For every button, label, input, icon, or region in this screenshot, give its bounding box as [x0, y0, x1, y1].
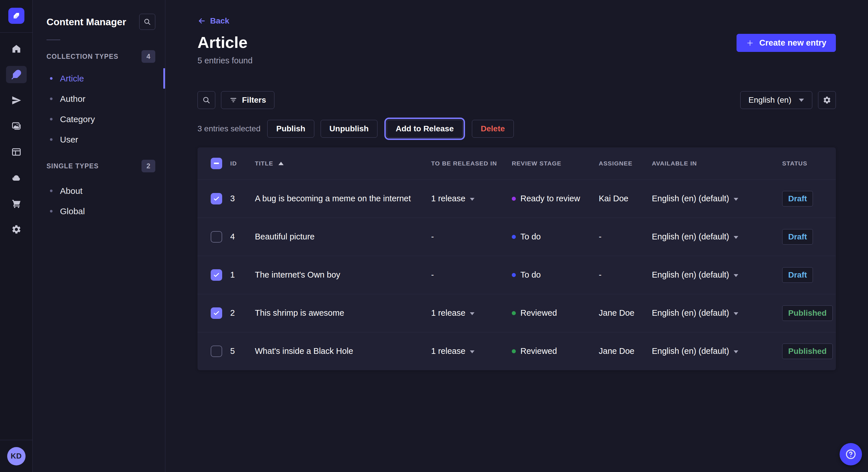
- cell-assignee: -: [599, 256, 652, 294]
- nav-items: [0, 36, 32, 242]
- chevron-down-icon: [734, 274, 738, 277]
- nav-item-cloud[interactable]: [0, 165, 32, 191]
- locale-dropdown[interactable]: English (en) (default): [652, 232, 782, 241]
- sidebar-item-category[interactable]: Category: [33, 109, 165, 129]
- delete-button[interactable]: Delete: [472, 120, 514, 138]
- add-to-release-button[interactable]: Add to Release: [386, 120, 462, 138]
- paper-plane-icon: [11, 95, 22, 105]
- locale-select[interactable]: English (en): [740, 91, 812, 109]
- cell-title: This shrimp is awesome: [255, 294, 431, 332]
- help-button[interactable]: [840, 443, 862, 465]
- chevron-down-icon: [734, 350, 738, 353]
- locale-dropdown[interactable]: English (en) (default): [652, 346, 782, 356]
- single-types-count-badge: 2: [142, 160, 155, 172]
- nav-divider: [0, 32, 32, 33]
- nav-item-content-type-builder[interactable]: [0, 139, 32, 165]
- subnav-divider: [46, 40, 60, 40]
- status-badge: Published: [782, 343, 833, 359]
- status-badge: Draft: [782, 229, 813, 245]
- cell-title: A bug is becoming a meme on the internet: [255, 179, 431, 217]
- table-row[interactable]: 3 A bug is becoming a meme on the intern…: [197, 179, 836, 217]
- subnav-title: Content Manager: [46, 16, 126, 28]
- section-label: Single Types: [46, 162, 99, 170]
- cell-title: What's inside a Black Hole: [255, 332, 431, 370]
- sort-ascending-icon: [278, 162, 284, 165]
- row-checkbox[interactable]: [211, 193, 222, 204]
- create-new-entry-button[interactable]: Create new entry: [737, 34, 836, 52]
- cell-assignee: Kai Doe: [599, 179, 652, 217]
- row-checkbox[interactable]: [211, 307, 222, 319]
- locale-dropdown[interactable]: English (en) (default): [652, 194, 782, 203]
- chevron-down-icon: [799, 99, 804, 102]
- cell-review-stage: Ready to review: [512, 194, 599, 203]
- row-checkbox[interactable]: [211, 345, 222, 357]
- chevron-down-icon: [734, 236, 738, 239]
- filter-icon: [229, 96, 237, 104]
- column-header-title[interactable]: TITLE: [255, 160, 431, 167]
- section-collection-types: Collection Types 4 Article Author Catego…: [33, 50, 165, 150]
- unpublish-button[interactable]: Unpublish: [321, 120, 378, 138]
- nav-item-settings[interactable]: [0, 216, 32, 242]
- bullet-icon: [50, 118, 53, 121]
- release-dropdown[interactable]: 1 release: [431, 346, 512, 356]
- list-search-button[interactable]: [197, 91, 215, 109]
- row-checkbox[interactable]: [211, 231, 222, 243]
- nav-item-releases[interactable]: [0, 88, 32, 113]
- locale-dropdown[interactable]: English (en) (default): [652, 270, 782, 279]
- gear-icon: [823, 96, 831, 104]
- sidebar-item-author[interactable]: Author: [33, 89, 165, 109]
- cell-id: 4: [230, 217, 255, 256]
- images-icon: [11, 121, 22, 131]
- sidebar-item-article[interactable]: Article: [33, 68, 165, 89]
- chevron-down-icon: [470, 198, 474, 201]
- nav-item-marketplace[interactable]: [0, 191, 32, 216]
- publish-button[interactable]: Publish: [267, 120, 314, 138]
- back-link[interactable]: Back: [197, 16, 229, 26]
- table-row[interactable]: 4 Beautiful picture - To do - English (e…: [197, 217, 836, 256]
- cell-id: 3: [230, 179, 255, 217]
- subnav-search-button[interactable]: [139, 14, 155, 30]
- view-settings-button[interactable]: [818, 91, 836, 109]
- question-mark-icon: [845, 448, 857, 460]
- sidebar-item-global[interactable]: Global: [33, 201, 165, 222]
- column-header-status: STATUS: [782, 147, 836, 179]
- bullet-icon: [50, 138, 53, 141]
- main-nav: KD: [0, 0, 33, 472]
- column-header-id: ID: [230, 147, 255, 179]
- sidebar-item-user[interactable]: User: [33, 129, 165, 150]
- table-row[interactable]: 1 The internet's Own boy - To do - Engli…: [197, 256, 836, 294]
- release-dropdown[interactable]: 1 release: [431, 194, 512, 203]
- nav-footer: KD: [0, 440, 32, 472]
- cell-assignee: Jane Doe: [599, 294, 652, 332]
- cell-review-stage: To do: [512, 232, 599, 241]
- cell-review-stage: Reviewed: [512, 346, 599, 356]
- chevron-down-icon: [734, 198, 738, 201]
- filters-button[interactable]: Filters: [221, 91, 274, 109]
- stage-dot-icon: [512, 311, 516, 315]
- back-arrow-icon: [197, 16, 206, 25]
- cell-id: 5: [230, 332, 255, 370]
- cell-title: The internet's Own boy: [255, 256, 431, 294]
- layout-icon: [11, 147, 22, 157]
- bullet-icon: [50, 98, 53, 100]
- main-content: Back Article 5 entries found Create new …: [165, 0, 868, 472]
- locale-dropdown[interactable]: English (en) (default): [652, 308, 782, 318]
- bullet-icon: [50, 210, 53, 212]
- row-checkbox[interactable]: [211, 269, 222, 281]
- select-all-checkbox[interactable]: [211, 158, 222, 169]
- nav-item-home[interactable]: [0, 36, 32, 62]
- table-row[interactable]: 2 This shrimp is awesome 1 release Revie…: [197, 294, 836, 332]
- nav-item-content-manager[interactable]: [0, 62, 32, 88]
- strapi-logo[interactable]: [8, 8, 24, 24]
- nav-item-media-library[interactable]: [0, 113, 32, 139]
- bullet-icon: [50, 190, 53, 192]
- release-dropdown[interactable]: 1 release: [431, 308, 512, 318]
- chevron-down-icon: [470, 312, 474, 315]
- cloud-icon: [11, 173, 22, 183]
- user-avatar[interactable]: KD: [7, 447, 26, 465]
- subnav: Content Manager Collection Types 4 Artic…: [33, 0, 165, 472]
- release-dropdown: -: [431, 232, 512, 241]
- sidebar-item-about[interactable]: About: [33, 181, 165, 201]
- stage-dot-icon: [512, 349, 516, 353]
- table-row[interactable]: 5 What's inside a Black Hole 1 release R…: [197, 332, 836, 370]
